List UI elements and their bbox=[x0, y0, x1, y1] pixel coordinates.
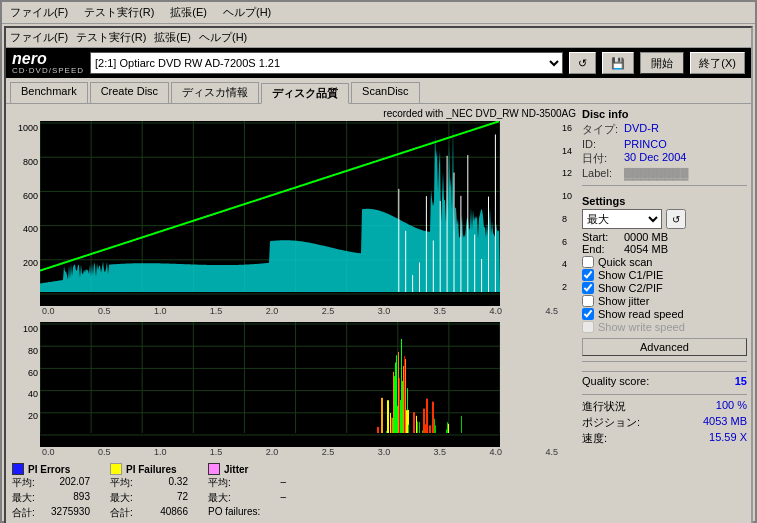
show-jitter-checkbox[interactable] bbox=[582, 295, 594, 307]
start-value: 0000 MB bbox=[624, 231, 668, 243]
tab-disc-info[interactable]: ディスカ情報 bbox=[171, 82, 259, 103]
menu2-file[interactable]: ファイル(F) bbox=[10, 30, 68, 45]
jitter-po-row: PO failures: bbox=[208, 506, 286, 517]
right-panel: Disc info タイプ: DVD-R ID: PRINCO 日付: 30 D… bbox=[582, 108, 747, 523]
show-c2pif-label: Show C2/PIF bbox=[598, 282, 663, 294]
legend-jitter-title: Jitter bbox=[208, 463, 286, 475]
jitter-avg-row: 平均: – bbox=[208, 476, 286, 490]
legend-jitter: Jitter 平均: – 最大: – PO failures: bbox=[208, 463, 286, 520]
position-label: ポジション: bbox=[582, 415, 640, 430]
chart-top-y-right: 16 14 12 10 8 6 4 2 bbox=[560, 121, 578, 306]
settings-title: Settings bbox=[582, 195, 747, 207]
menu1-file[interactable]: ファイル(F) bbox=[6, 4, 72, 21]
checkbox-show-c2pif: Show C2/PIF bbox=[582, 282, 747, 294]
disc-id-value: PRINCO bbox=[624, 138, 667, 150]
speed-label: 速度: bbox=[582, 431, 607, 446]
menu2-ext[interactable]: 拡張(E) bbox=[154, 30, 191, 45]
chart-bottom-y-left: 100 80 60 40 20 bbox=[10, 322, 40, 447]
legend-area: PI Errors 平均: 202.07 最大: 893 合計: 32759 bbox=[10, 459, 578, 523]
nero-logo: nero CD·DVD/SPEED bbox=[12, 51, 84, 75]
disc-id-label: ID: bbox=[582, 138, 620, 150]
refresh-button[interactable]: ↺ bbox=[569, 52, 596, 74]
tab-create-disc[interactable]: Create Disc bbox=[90, 82, 169, 103]
disc-date-row: 日付: 30 Dec 2004 bbox=[582, 151, 747, 166]
pi-errors-max-row: 最大: 893 bbox=[12, 491, 90, 505]
quality-score-row: Quality score: 15 bbox=[582, 371, 747, 387]
disc-label-row: Label: ▓▓▓▓▓▓▓▓ bbox=[582, 167, 747, 179]
quick-scan-checkbox[interactable] bbox=[582, 256, 594, 268]
top-chart-canvas bbox=[40, 121, 500, 306]
quick-scan-label: Quick scan bbox=[598, 256, 652, 268]
menu2-test[interactable]: テスト実行(R) bbox=[76, 30, 146, 45]
start-button[interactable]: 開始 bbox=[640, 52, 684, 74]
tab-disc-quality[interactable]: ディスク品質 bbox=[261, 83, 349, 104]
header-bar: nero CD·DVD/SPEED [2:1] Optiarc DVD RW A… bbox=[6, 48, 751, 78]
end-label: End: bbox=[582, 243, 620, 255]
checkbox-show-jitter: Show jitter bbox=[582, 295, 747, 307]
show-write-speed-checkbox[interactable] bbox=[582, 321, 594, 333]
menu2-help[interactable]: ヘルプ(H) bbox=[199, 30, 247, 45]
disc-label-label: Label: bbox=[582, 167, 620, 179]
tab-scandisc[interactable]: ScanDisc bbox=[351, 82, 419, 103]
close-button[interactable]: 終了(X) bbox=[690, 52, 745, 74]
top-chart-x-axis: 0.0 0.5 1.0 1.5 2.0 2.5 3.0 3.5 4.0 4.5 bbox=[10, 306, 578, 316]
disc-info-section: Disc info タイプ: DVD-R ID: PRINCO 日付: 30 D… bbox=[582, 108, 747, 180]
menubar1: ファイル(F) テスト実行(R) 拡張(E) ヘルプ(H) bbox=[2, 2, 755, 24]
main-window: ファイル(F) テスト実行(R) 拡張(E) ヘルプ(H) ファイル(F) テス… bbox=[0, 0, 757, 523]
legend-pi-failures-title: PI Failures bbox=[110, 463, 188, 475]
legend-pi-errors-title: PI Errors bbox=[12, 463, 90, 475]
progress-section: 進行状況 100 % ポジション: 4053 MB 速度: 15.59 X bbox=[582, 394, 747, 447]
quality-score-label: Quality score: bbox=[582, 375, 649, 387]
speed-row: 最大 ↺ bbox=[582, 209, 747, 229]
pi-failures-color bbox=[110, 463, 122, 475]
chart-bottom-y-right-spacer bbox=[560, 322, 578, 447]
show-c1pie-label: Show C1/PIE bbox=[598, 269, 663, 281]
quality-score-value: 15 bbox=[735, 375, 747, 387]
disc-type-label: タイプ: bbox=[582, 122, 620, 137]
disc-info-title: Disc info bbox=[582, 108, 747, 120]
speed-value: 15.59 X bbox=[709, 431, 747, 446]
checkbox-show-write-speed: Show write speed bbox=[582, 321, 747, 333]
settings-refresh-btn[interactable]: ↺ bbox=[666, 209, 686, 229]
pi-failures-total-row: 合計: 40866 bbox=[110, 506, 188, 520]
show-read-speed-checkbox[interactable] bbox=[582, 308, 594, 320]
pi-errors-total-row: 合計: 3275930 bbox=[12, 506, 90, 520]
show-c1pie-checkbox[interactable] bbox=[582, 269, 594, 281]
drive-select[interactable]: [2:1] Optiarc DVD RW AD-7200S 1.21 bbox=[90, 52, 563, 74]
show-write-speed-label: Show write speed bbox=[598, 321, 685, 333]
menu1-help[interactable]: ヘルプ(H) bbox=[219, 4, 275, 21]
show-c2pif-checkbox[interactable] bbox=[582, 282, 594, 294]
show-read-speed-label: Show read speed bbox=[598, 308, 684, 320]
legend-pi-failures: PI Failures 平均: 0.32 最大: 72 合計: 40866 bbox=[110, 463, 188, 520]
pi-failures-max-row: 最大: 72 bbox=[110, 491, 188, 505]
bottom-chart-x-axis: 0.0 0.5 1.0 1.5 2.0 2.5 3.0 3.5 4.0 4.5 bbox=[10, 447, 578, 457]
disc-type-value: DVD-R bbox=[624, 122, 659, 137]
position-value: 4053 MB bbox=[703, 415, 747, 430]
divider2 bbox=[582, 361, 747, 362]
content-area: recorded with _NEC DVD_RW ND-3500AG 1000… bbox=[6, 104, 751, 523]
pi-failures-avg-row: 平均: 0.32 bbox=[110, 476, 188, 490]
pi-errors-avg-row: 平均: 202.07 bbox=[12, 476, 90, 490]
menubar2: ファイル(F) テスト実行(R) 拡張(E) ヘルプ(H) bbox=[6, 28, 751, 48]
start-row: Start: 0000 MB bbox=[582, 231, 747, 243]
disc-type-row: タイプ: DVD-R bbox=[582, 122, 747, 137]
checkbox-quick-scan: Quick scan bbox=[582, 256, 747, 268]
speed-row: 速度: 15.59 X bbox=[582, 431, 747, 446]
menu1-test[interactable]: テスト実行(R) bbox=[80, 4, 158, 21]
legend-pi-errors: PI Errors 平均: 202.07 最大: 893 合計: 32759 bbox=[12, 463, 90, 520]
bottom-chart-canvas bbox=[40, 322, 500, 447]
menu1-ext[interactable]: 拡張(E) bbox=[166, 4, 211, 21]
tab-benchmark[interactable]: Benchmark bbox=[10, 82, 88, 103]
checkbox-show-c1pie: Show C1/PIE bbox=[582, 269, 747, 281]
speed-select[interactable]: 最大 bbox=[582, 209, 662, 229]
nero-logo-text: nero bbox=[12, 51, 84, 67]
advanced-button[interactable]: Advanced bbox=[582, 338, 747, 356]
progress-row: 進行状況 100 % bbox=[582, 399, 747, 414]
save-button[interactable]: 💾 bbox=[602, 52, 634, 74]
nero-logo-subtitle: CD·DVD/SPEED bbox=[12, 67, 84, 75]
disc-date-value: 30 Dec 2004 bbox=[624, 151, 686, 166]
charts-area: recorded with _NEC DVD_RW ND-3500AG 1000… bbox=[10, 108, 578, 523]
position-row: ポジション: 4053 MB bbox=[582, 415, 747, 430]
chart-top-y-left: 1000 800 600 400 200 bbox=[10, 121, 40, 306]
end-row: End: 4054 MB bbox=[582, 243, 747, 255]
